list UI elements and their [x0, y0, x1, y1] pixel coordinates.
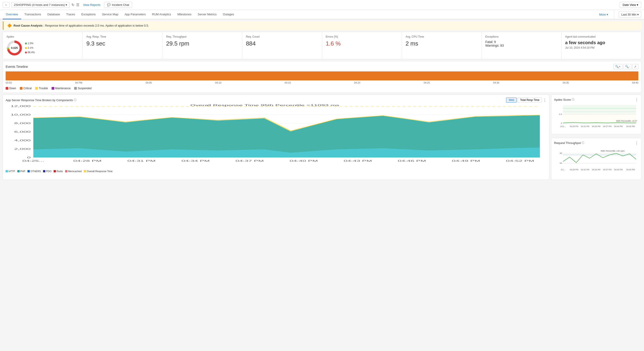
errors-pct-value: 1.6 %	[326, 40, 398, 47]
web-button[interactable]: Web	[506, 98, 516, 102]
metrics-row: Apdex 0.025 1.5% 2.1% 96.4%	[3, 32, 641, 59]
charts-section: App Server Response Time Broken by Compo…	[3, 94, 641, 180]
zoom-out-button[interactable]: 🔍-	[623, 64, 632, 69]
avg-cpu-time-value: 2 ms	[406, 40, 478, 47]
tab-server-metrics[interactable]: Server Metrics	[194, 10, 220, 19]
tab-rum-analytics[interactable]: RUM Analytics	[149, 10, 174, 19]
timeline-bar	[6, 72, 638, 80]
apdex-donut: 0.025	[6, 40, 22, 56]
throughput-info-icon[interactable]: ⓘ	[582, 141, 584, 145]
exceptions-card: Exceptions Fatal: 9 Warnings: 83	[482, 32, 562, 59]
incident-chat-button[interactable]: 💬 Incident Chat	[104, 2, 132, 8]
date-filter[interactable]: Last 30 Min ▾	[619, 12, 641, 18]
avg-resp-time-label: Avg. Resp. Time	[86, 35, 159, 38]
agent-time: a few seconds ago	[565, 40, 638, 45]
req-count-value: 884	[246, 40, 318, 47]
throughput-chart-area: 40 30 95th Percentile =42 cpm 4:2... 04:…	[554, 147, 638, 177]
alert-icon: 🔶	[7, 24, 12, 28]
svg-text:04:43 PM: 04:43 PM	[626, 168, 635, 171]
errors-pct-label: Errors (%)	[326, 35, 398, 38]
svg-text:04:28 PM: 04:28 PM	[73, 160, 102, 162]
req-throughput-card: Req. Throughput 29.5 rpm	[162, 32, 242, 59]
svg-text:40: 40	[560, 152, 562, 154]
avg-resp-time-card: Avg. Resp. Time 9.3 sec	[83, 32, 162, 59]
svg-text:04:43 PM: 04:43 PM	[626, 125, 635, 128]
tab-service-map[interactable]: Service Map	[99, 10, 122, 19]
svg-text:4:2...: 4:2...	[561, 168, 565, 171]
total-resp-time-button[interactable]: Total Resp Time	[518, 98, 542, 102]
back-button[interactable]: ←	[3, 2, 10, 8]
app-selector[interactable]: ZSHOPPING (4 hosts and 7 instances) ▾	[12, 2, 70, 8]
svg-text:04:28 PM: 04:28 PM	[570, 168, 578, 171]
tab-overview[interactable]: Overview	[3, 10, 21, 19]
throughput-chart-header: Request Throughput ⓘ ⋮	[554, 141, 638, 145]
response-time-chart-header: App Server Response Time Broken by Compo…	[6, 98, 546, 102]
topbar: ← ZSHOPPING (4 hosts and 7 instances) ▾ …	[0, 0, 644, 10]
svg-text:04:31 PM: 04:31 PM	[581, 168, 590, 171]
zoom-controls: 🔍+ 🔍- ⤢	[613, 64, 638, 69]
chart-menu-button[interactable]: ⋮	[543, 98, 546, 102]
avg-cpu-time-label: Avg. CPU Time	[406, 35, 478, 38]
svg-text:04:40 PM: 04:40 PM	[614, 168, 622, 171]
timeline-legend: Down Critical Trouble Maintenance Suspen…	[6, 87, 638, 90]
nav-tabs: Overview Transactions Database Traces Ex…	[0, 10, 614, 19]
svg-text:10,000: 10,000	[10, 114, 31, 116]
tab-app-parameters[interactable]: App Parameters	[122, 10, 149, 19]
svg-text:04:49 PM: 04:49 PM	[452, 160, 480, 162]
events-timeline-section: Events Timeline 🔍+ 🔍- ⤢ 03:55 04 PM 04:0…	[3, 61, 641, 93]
apdex-value: 0.025	[11, 46, 18, 50]
response-time-info-icon[interactable]: ⓘ	[74, 98, 76, 102]
tab-outages[interactable]: Outages	[220, 10, 237, 19]
tab-milestones[interactable]: Milestones	[174, 10, 194, 19]
svg-text:04:25...: 04:25...	[22, 160, 44, 162]
events-timeline-header: Events Timeline 🔍+ 🔍- ⤢	[6, 64, 638, 69]
svg-text:12,000: 12,000	[10, 105, 31, 108]
app-selector-label: ZSHOPPING (4 hosts and 7 instances)	[14, 3, 65, 6]
apdex-label: Apdex	[6, 35, 79, 38]
svg-text:4,000: 4,000	[14, 139, 31, 142]
apdex-score-info-icon[interactable]: ⓘ	[572, 98, 574, 102]
svg-text:95th Percentile =0.07: 95th Percentile =0.07	[616, 120, 637, 122]
agent-label: Agent last communicated	[565, 35, 638, 38]
response-time-chart-controls: Web Total Resp Time ⋮	[506, 98, 546, 102]
apdex-chart-menu-button[interactable]: ⋮	[635, 98, 638, 102]
date-filter-label: Last 30 Min ▾	[621, 13, 639, 16]
svg-text:04:31 PM: 04:31 PM	[127, 160, 156, 162]
svg-text:04:40 PM: 04:40 PM	[290, 160, 318, 162]
apdex-score-title: Apdex Score ⓘ	[554, 98, 574, 102]
zoom-in-button[interactable]: 🔍+	[613, 64, 622, 69]
req-throughput-label: Req. Throughput	[166, 35, 238, 38]
svg-text:04:34 PM: 04:34 PM	[592, 125, 600, 128]
view-reports-link[interactable]: View Reports	[81, 2, 102, 8]
response-time-chart-title: App Server Response Time Broken by Compo…	[6, 98, 76, 102]
timeline-axis: 03:55 04 PM 04:05 04:10 04:15 04:20 04:2…	[6, 80, 638, 85]
svg-text:0: 0	[561, 122, 562, 124]
tab-database[interactable]: Database	[44, 10, 63, 19]
date-view-button[interactable]: Date View ▾	[620, 2, 641, 8]
exceptions-warnings: Warnings: 83	[485, 44, 558, 47]
svg-text:04:28 PM: 04:28 PM	[570, 125, 578, 128]
throughput-chart-title: Request Throughput ⓘ	[554, 141, 584, 145]
apdex-container: 0.025 1.5% 2.1% 96.4%	[6, 40, 79, 56]
tab-traces[interactable]: Traces	[63, 10, 78, 19]
alert-banner: 🔶 Root Cause Analysis : Response time of…	[3, 21, 641, 30]
more-tabs-button[interactable]: More ▾	[596, 10, 611, 19]
incident-chat-label: Incident Chat	[112, 3, 129, 6]
response-time-chart-area: 12,000 10,000 8,000 6,000 4,000 2,000 0	[6, 104, 546, 168]
svg-text:14:2...: 14:2...	[560, 125, 566, 128]
svg-text:2,000: 2,000	[14, 148, 31, 150]
svg-text:04:52 PM: 04:52 PM	[506, 160, 534, 162]
zoom-reset-button[interactable]: ⤢	[632, 64, 638, 69]
throughput-chart-menu-button[interactable]: ⋮	[635, 141, 638, 145]
svg-text:04:43 PM: 04:43 PM	[344, 160, 372, 162]
menu-button[interactable]: ☰	[76, 3, 79, 7]
response-time-chart-legend: HTTP PHP OTHERS PDO Redis Memcached Over…	[6, 170, 546, 172]
apdex-card: Apdex 0.025 1.5% 2.1% 96.4%	[3, 32, 83, 59]
req-count-label: Req. Count	[246, 35, 318, 38]
tab-exceptions[interactable]: Exceptions	[78, 10, 99, 19]
svg-rect-32	[563, 105, 636, 114]
tab-transactions[interactable]: Transactions	[21, 10, 44, 19]
refresh-button[interactable]: ↻	[72, 3, 74, 7]
svg-text:04:37 PM: 04:37 PM	[236, 160, 264, 162]
exceptions-fatal: Fatal: 9	[485, 40, 558, 44]
